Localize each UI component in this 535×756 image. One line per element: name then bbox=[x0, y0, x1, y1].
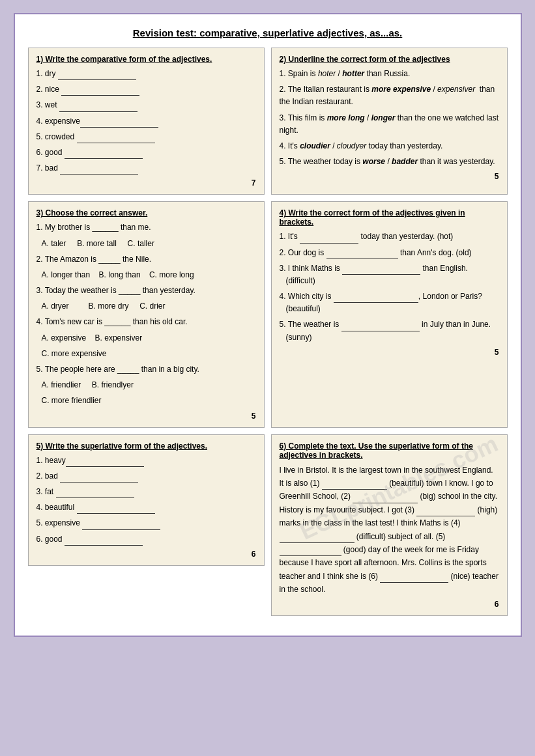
blank[interactable] bbox=[326, 250, 398, 259]
section6-title: 6) Complete the text. Use the superlativ… bbox=[280, 441, 499, 460]
blank[interactable] bbox=[60, 165, 138, 175]
blank[interactable] bbox=[56, 489, 134, 498]
blank[interactable] bbox=[77, 505, 155, 514]
section3-box: 3) Choose the correct answer. 1. My brot… bbox=[28, 201, 265, 427]
blank[interactable] bbox=[80, 119, 158, 128]
section2-item3: 3. This film is more long / longer than … bbox=[280, 112, 499, 137]
section3-opts5b: C. more friendlier bbox=[42, 395, 256, 407]
section6-text: I live in Bristol. It is the largest tow… bbox=[280, 464, 499, 596]
section6-box: EGLprintables.com 6) Complete the text. … bbox=[271, 434, 508, 617]
section1-item6: 6. good bbox=[36, 147, 256, 159]
blank[interactable] bbox=[300, 234, 358, 244]
blank[interactable] bbox=[65, 537, 143, 546]
section3-item3: 3. Today the weather is _____ than yeste… bbox=[36, 285, 256, 297]
blank[interactable] bbox=[380, 574, 448, 583]
blank[interactable] bbox=[280, 547, 341, 556]
section5-box: 5) Write the superlative form of the adj… bbox=[28, 434, 265, 566]
section1-item3: 3. wet bbox=[36, 99, 256, 111]
blank[interactable] bbox=[60, 473, 138, 483]
section6-score: 6 bbox=[280, 600, 499, 609]
section4-item2: 2. Our dog is than Ann's dog. (old) bbox=[280, 247, 499, 259]
section5-item4: 4. beautiful bbox=[36, 501, 256, 514]
section2-item4: 4. It's cloudier / cloudyer today than y… bbox=[280, 140, 499, 152]
blank[interactable] bbox=[65, 150, 143, 159]
section1-score: 7 bbox=[36, 178, 256, 188]
section4-item5: 5. The weather is in July than in June. … bbox=[280, 318, 499, 343]
blank[interactable] bbox=[322, 481, 387, 490]
blank[interactable] bbox=[342, 266, 420, 275]
section2-item1: 1. Spain is hoter / hotter than Russia. bbox=[280, 68, 499, 80]
section2-item5: 5. The weather today is worse / badder t… bbox=[280, 156, 499, 168]
blank[interactable] bbox=[280, 534, 354, 543]
blank[interactable] bbox=[341, 322, 420, 331]
section5-item1: 1. heavy bbox=[36, 455, 256, 467]
section3-item1: 1. My brother is ______ than me. bbox=[36, 221, 256, 234]
section4-item1: 1. It's today than yesterday. (hot) bbox=[280, 231, 499, 243]
blank[interactable] bbox=[58, 71, 136, 80]
section5-item5: 5. expensive bbox=[36, 517, 256, 529]
section3-opts5a: A. friendlier B. friendlyer bbox=[42, 379, 256, 391]
section1-item1: 1. dry bbox=[36, 68, 256, 80]
section3-opts3: A. dryer B. more dry C. drier bbox=[42, 300, 256, 313]
section1-title: 1) Write the comparative form of the adj… bbox=[36, 55, 256, 64]
blank[interactable] bbox=[82, 521, 160, 530]
section4-title: 4) Write the correct form of the adjecti… bbox=[280, 208, 499, 227]
blank[interactable] bbox=[416, 507, 475, 516]
section3-item4: 4. Tom's new car is ______ than his old … bbox=[36, 316, 256, 328]
section5-item3: 3. fat bbox=[36, 486, 256, 498]
section2-title: 2) Underline the correct form of the adj… bbox=[280, 55, 499, 64]
section3-opts4a: A. expensive B. expensiver bbox=[42, 332, 256, 344]
section3-opts4b: C. more expensive bbox=[42, 348, 256, 360]
section2-item2: 2. The Italian restaurant is more expens… bbox=[280, 83, 499, 108]
section5-item2: 2. bad bbox=[36, 470, 256, 483]
section1-item4: 4. expensive bbox=[36, 115, 256, 128]
section5-title: 5) Write the superlative form of the adj… bbox=[36, 441, 256, 451]
section2-box: 2) Underline the correct form of the adj… bbox=[271, 48, 508, 195]
blank[interactable] bbox=[77, 134, 155, 143]
section1-item7: 7. bad bbox=[36, 162, 256, 175]
section4-item3: 3. I think Maths is than English. (diffi… bbox=[280, 262, 499, 287]
section4-item4: 4. Which city is , London or Paris? (bea… bbox=[280, 290, 499, 315]
section3-title: 3) Choose the correct answer. bbox=[36, 208, 256, 217]
section1-box: 1) Write the comparative form of the adj… bbox=[28, 48, 265, 195]
section1-item2: 2. nice bbox=[36, 83, 256, 96]
section3-item5: 5. The people here are _____ than in a b… bbox=[36, 363, 256, 376]
section1-item5: 5. crowded bbox=[36, 131, 256, 143]
section3-opts1: A. taler B. more tall C. taller bbox=[42, 238, 256, 250]
page-title: Revision test: comparative, superlative … bbox=[28, 27, 508, 38]
section3-item2: 2. The Amazon is _____ the Nile. bbox=[36, 253, 256, 266]
page: Revision test: comparative, superlative … bbox=[14, 13, 522, 637]
blank[interactable] bbox=[334, 294, 418, 303]
blank[interactable] bbox=[61, 87, 139, 96]
blank[interactable] bbox=[59, 103, 137, 112]
blank[interactable] bbox=[66, 458, 144, 467]
section5-score: 6 bbox=[36, 550, 256, 559]
section4-box: 4) Write the correct form of the adjecti… bbox=[271, 201, 508, 427]
blank[interactable] bbox=[353, 494, 418, 503]
section5-item6: 6. good bbox=[36, 533, 256, 546]
section4-score: 5 bbox=[280, 348, 499, 357]
section3-opts2: A. longer than B. long than C. more long bbox=[42, 269, 256, 281]
section2-score: 5 bbox=[280, 172, 499, 181]
section3-score: 5 bbox=[36, 412, 256, 421]
